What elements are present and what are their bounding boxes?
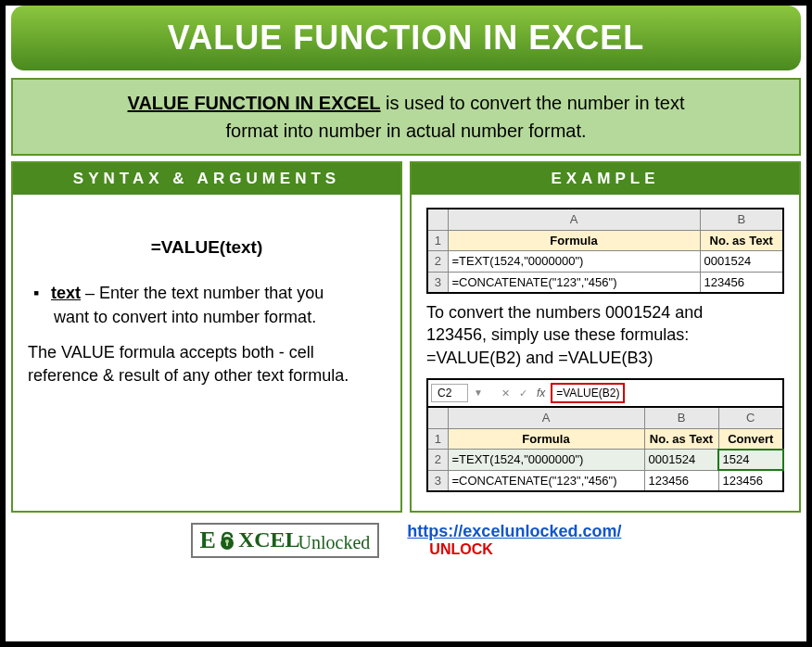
table-cell: =TEXT(1524,"0000000"): [448, 450, 644, 471]
syntax-header: SYNTAX & ARGUMENTS: [13, 163, 400, 195]
logo-text: XCEL: [238, 527, 300, 552]
col-header-b: B: [700, 209, 783, 230]
example-panel: EXAMPLE AB 1FormulaNo. as Text 2=TEXT(15…: [410, 161, 801, 513]
row-header: 3: [427, 272, 448, 293]
intro-description: VALUE FUNCTION IN EXCEL is used to conve…: [11, 78, 801, 156]
col-header-c: C: [718, 407, 783, 428]
argument-desc-2: want to convert into number format.: [54, 306, 386, 328]
col-header-b: B: [644, 407, 718, 428]
syntax-note: The VALUE formula accepts both - cell re…: [28, 341, 386, 387]
table-cell: 123456: [644, 470, 718, 491]
logo: E XCEL Unlocked: [191, 523, 380, 558]
table-header-cell: Convert: [718, 428, 783, 450]
logo-text: E: [200, 526, 216, 554]
example-table-2: ABC 1FormulaNo. as TextConvert 2=TEXT(15…: [426, 406, 784, 492]
table-cell-result: 1524: [718, 450, 783, 471]
table-cell: 123456: [700, 272, 783, 293]
col-header-a: A: [448, 209, 700, 230]
row-header: 2: [427, 450, 448, 471]
page-title: VALUE FUNCTION IN EXCEL: [11, 6, 801, 70]
logo-subtext: Unlocked: [298, 532, 371, 553]
table-cell: 0001524: [700, 251, 783, 273]
table-cell-result: 123456: [718, 470, 783, 491]
explain-line: To convert the numbers 0001524 and: [426, 303, 703, 322]
syntax-panel: SYNTAX & ARGUMENTS =VALUE(text) ▪ text –…: [11, 161, 402, 513]
cancel-icon: ✕: [501, 387, 514, 400]
formula-bar: C2 ▼ ✕ ✓ fx =VALUE(B2): [426, 378, 784, 406]
name-box: C2: [431, 384, 468, 402]
example-header: EXAMPLE: [412, 163, 799, 195]
footer: E XCEL Unlocked https://excelunlocked.co…: [6, 522, 806, 558]
argument-desc-1: – Enter the text number that you: [81, 284, 324, 302]
row-header: 1: [427, 428, 448, 450]
syntax-formula: =VALUE(text): [28, 235, 386, 260]
table-cell: =CONCATENATE("123","456"): [448, 470, 644, 491]
footer-link[interactable]: https://excelunlocked.com/: [407, 522, 621, 540]
explain-line: 123456, simply use these formulas:: [426, 325, 689, 344]
explain-line: =VALUE(B2) and =VALUE(B3): [426, 349, 653, 367]
table-header-cell: No. as Text: [644, 428, 718, 450]
col-header-a: A: [448, 407, 644, 428]
enter-icon: ✓: [519, 387, 531, 400]
example-explanation: To convert the numbers 0001524 and 12345…: [426, 301, 784, 369]
table-header-cell: No. as Text: [700, 230, 783, 251]
intro-text-2: format into number in actual number form…: [225, 121, 586, 141]
formula-input: =VALUE(B2): [551, 383, 625, 403]
argument-item: ▪ text – Enter the text number that you …: [33, 282, 386, 329]
dropdown-icon: ▼: [474, 387, 483, 400]
example-table-1: AB 1FormulaNo. as Text 2=TEXT(1524,"0000…: [426, 208, 784, 294]
table-header-cell: Formula: [448, 230, 700, 251]
row-header: 2: [427, 251, 448, 273]
bullet-icon: ▪: [33, 282, 46, 304]
table-cell: =TEXT(1524,"0000000"): [448, 251, 700, 273]
intro-text-1: is used to convert the number in text: [381, 93, 685, 113]
footer-unlock-text: UNLOCK: [429, 541, 492, 557]
row-header: 3: [427, 470, 448, 491]
lock-icon: [218, 528, 236, 552]
argument-name: text: [51, 284, 81, 302]
table-header-cell: Formula: [448, 428, 644, 450]
table-cell: =CONCATENATE("123","456"): [448, 272, 700, 293]
intro-bold: VALUE FUNCTION IN EXCEL: [128, 93, 381, 113]
svg-rect-2: [226, 541, 228, 546]
row-header: 1: [427, 230, 448, 251]
fx-icon: fx: [537, 386, 545, 400]
table-cell: 0001524: [644, 450, 718, 471]
